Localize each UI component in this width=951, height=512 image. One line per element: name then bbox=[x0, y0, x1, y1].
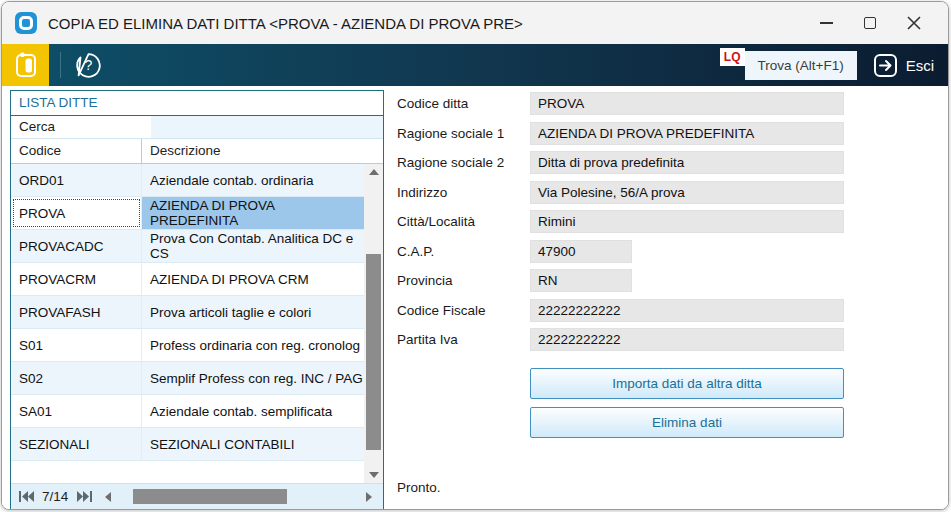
grid-rows: ORD01 Aziendale contab. ordinaria PROVA … bbox=[11, 164, 364, 461]
horizontal-scrollbar-track[interactable] bbox=[118, 489, 359, 504]
grid-body: ORD01 Aziendale contab. ordinaria PROVA … bbox=[11, 164, 383, 483]
minimize-icon bbox=[820, 22, 833, 24]
esci-button[interactable]: Esci bbox=[873, 53, 934, 78]
pager-position: 7/14 bbox=[42, 489, 68, 504]
descrizione-cell[interactable]: AZIENDA DI PROVA CRM bbox=[142, 263, 364, 295]
status-message: Pronto. bbox=[397, 480, 441, 495]
field-label: Ragione sociale 1 bbox=[397, 126, 530, 141]
descrizione-cell[interactable]: Prova articoli taglie e colori bbox=[142, 296, 364, 328]
first-page-icon bbox=[19, 491, 34, 502]
importa-dati-button[interactable]: Importa dati da altra ditta bbox=[530, 368, 844, 399]
triangle-right-icon bbox=[366, 492, 372, 502]
column-header-codice[interactable]: Codice bbox=[11, 139, 142, 163]
field-cap: C.A.P. 47900 bbox=[397, 240, 942, 263]
indirizzo-input[interactable]: Via Polesine, 56/A prova bbox=[530, 181, 844, 204]
descrizione-cell[interactable]: Aziendale contab. semplificata bbox=[142, 395, 364, 427]
column-header-descrizione[interactable]: Descrizione bbox=[142, 139, 383, 163]
vertical-scrollbar[interactable] bbox=[364, 164, 383, 483]
descrizione-cell[interactable]: SEZIONALI CONTABILI bbox=[142, 428, 364, 460]
lista-ditte-panel: LISTA DITTE Cerca Codice Descrizione ORD… bbox=[10, 90, 384, 510]
title-bar: COPIA ED ELIMINA DATI DITTA <PROVA - AZI… bbox=[2, 2, 948, 44]
first-page-button[interactable] bbox=[17, 489, 35, 505]
scroll-right-button[interactable] bbox=[361, 489, 377, 505]
codice-cell[interactable]: PROVA bbox=[11, 197, 142, 229]
esci-label: Esci bbox=[906, 57, 934, 74]
horizontal-scrollbar[interactable] bbox=[100, 484, 377, 509]
codice-cell[interactable]: SA01 bbox=[11, 395, 142, 427]
toolbar-separator bbox=[60, 52, 61, 78]
scroll-left-button[interactable] bbox=[100, 489, 116, 505]
help-icon: ? bbox=[75, 52, 102, 79]
vertical-scrollbar-thumb[interactable] bbox=[366, 254, 381, 450]
descrizione-cell[interactable]: Aziendale contab. ordinaria bbox=[142, 164, 364, 196]
search-label: Cerca bbox=[11, 116, 151, 138]
minimize-button[interactable] bbox=[804, 7, 848, 39]
field-label: Città/Località bbox=[397, 214, 530, 229]
ragione-sociale-2-input[interactable]: Ditta di prova predefinita bbox=[530, 151, 844, 174]
close-button[interactable] bbox=[892, 7, 936, 39]
field-indirizzo: Indirizzo Via Polesine, 56/A prova bbox=[397, 181, 942, 204]
codice-cell[interactable]: ORD01 bbox=[11, 164, 142, 196]
list-row[interactable]: PROVACRM AZIENDA DI PROVA CRM bbox=[11, 263, 364, 296]
citta-localita-input[interactable]: Rimini bbox=[530, 210, 844, 233]
field-label: Partita Iva bbox=[397, 332, 530, 347]
last-page-button[interactable] bbox=[75, 489, 93, 505]
codice-cell[interactable]: PROVACADC bbox=[11, 230, 142, 262]
codice-cell[interactable]: PROVACRM bbox=[11, 263, 142, 295]
list-row[interactable]: ORD01 Aziendale contab. ordinaria bbox=[11, 164, 364, 197]
descrizione-cell[interactable]: AZIENDA DI PROVA PREDEFINITA bbox=[142, 197, 364, 229]
elimina-dati-button[interactable]: Elimina dati bbox=[530, 407, 844, 438]
action-buttons: Importa dati da altra ditta Elimina dati bbox=[397, 368, 942, 438]
codice-cell[interactable]: S01 bbox=[11, 329, 142, 361]
grid-header: Codice Descrizione bbox=[11, 139, 383, 164]
descrizione-cell[interactable]: Prova Con Contab. Analitica DC e CS bbox=[142, 230, 364, 262]
close-icon bbox=[907, 16, 921, 30]
horizontal-scrollbar-thumb[interactable] bbox=[133, 489, 287, 504]
list-row[interactable]: S01 Profess ordinaria con reg. cronolog bbox=[11, 329, 364, 362]
codice-ditta-input[interactable]: PROVA bbox=[530, 92, 844, 115]
descrizione-cell[interactable]: Semplif Profess con reg. INC / PAG bbox=[142, 362, 364, 394]
field-label: Codice ditta bbox=[397, 96, 530, 111]
list-row[interactable]: SA01 Aziendale contab. semplificata bbox=[11, 395, 364, 428]
triangle-left-icon bbox=[105, 492, 111, 502]
panel-title: LISTA DITTE bbox=[11, 91, 383, 116]
exit-icon bbox=[873, 53, 898, 78]
codice-cell[interactable]: PROVAFASH bbox=[11, 296, 142, 328]
window-controls bbox=[804, 7, 936, 39]
lq-badge: LQ bbox=[720, 48, 745, 66]
help-button[interactable]: ? bbox=[72, 49, 104, 81]
codice-fiscale-input[interactable]: 22222222222 bbox=[530, 299, 844, 322]
cap-input[interactable]: 47900 bbox=[530, 240, 632, 263]
toolbar: ? LQ Trova (Alt+F1) Esci bbox=[2, 44, 948, 86]
trova-shortcut[interactable]: Trova (Alt+F1) bbox=[745, 51, 857, 80]
descrizione-cell[interactable]: Profess ordinaria con reg. cronolog bbox=[142, 329, 364, 361]
field-provincia: Provincia RN bbox=[397, 269, 942, 292]
list-row-selected[interactable]: PROVA AZIENDA DI PROVA PREDEFINITA bbox=[11, 197, 364, 230]
field-label: Codice Fiscale bbox=[397, 303, 530, 318]
search-input[interactable] bbox=[151, 116, 383, 138]
list-row[interactable]: PROVAFASH Prova articoli taglie e colori bbox=[11, 296, 364, 329]
list-row[interactable]: S02 Semplif Profess con reg. INC / PAG bbox=[11, 362, 364, 395]
triangle-down-icon bbox=[369, 472, 379, 478]
list-row[interactable]: SEZIONALI SEZIONALI CONTABILI bbox=[11, 428, 364, 461]
pager-bar: 7/14 bbox=[11, 483, 383, 509]
field-codice-fiscale: Codice Fiscale 22222222222 bbox=[397, 299, 942, 322]
scroll-up-button[interactable] bbox=[364, 164, 383, 180]
field-label: Indirizzo bbox=[397, 185, 530, 200]
field-ragione-sociale-1: Ragione sociale 1 AZIENDA DI PROVA PREDE… bbox=[397, 122, 942, 145]
search-row: Cerca bbox=[11, 116, 383, 139]
field-label: Provincia bbox=[397, 273, 530, 288]
scroll-down-button[interactable] bbox=[364, 467, 383, 483]
field-citta-localita: Città/Località Rimini bbox=[397, 210, 942, 233]
codice-cell[interactable]: S02 bbox=[11, 362, 142, 394]
maximize-icon bbox=[864, 17, 876, 29]
field-label: Ragione sociale 2 bbox=[397, 155, 530, 170]
maximize-button[interactable] bbox=[848, 7, 892, 39]
company-button[interactable] bbox=[2, 44, 49, 86]
provincia-input[interactable]: RN bbox=[530, 269, 632, 292]
ragione-sociale-1-input[interactable]: AZIENDA DI PROVA PREDEFINITA bbox=[530, 122, 844, 145]
list-row[interactable]: PROVACADC Prova Con Contab. Analitica DC… bbox=[11, 230, 364, 263]
detail-panel: Codice ditta PROVA Ragione sociale 1 AZI… bbox=[397, 92, 942, 510]
partita-iva-input[interactable]: 22222222222 bbox=[530, 328, 844, 351]
codice-cell[interactable]: SEZIONALI bbox=[11, 428, 142, 460]
